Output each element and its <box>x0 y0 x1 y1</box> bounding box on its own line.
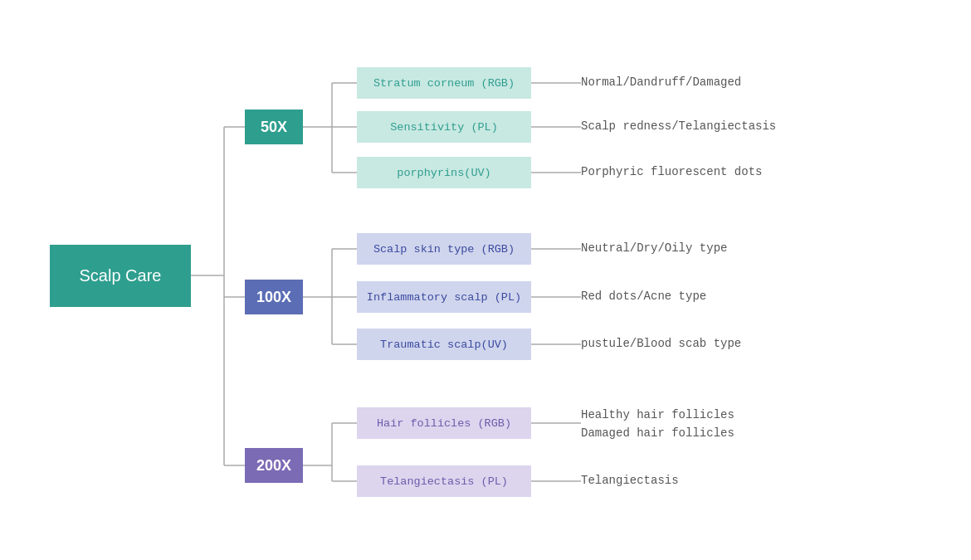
desc-inflammatory: Red dots/Acne type <box>581 290 706 303</box>
desc-hairfollicles-2: Damaged hair follicles <box>581 426 734 440</box>
mag-node-100x: 100X <box>245 280 303 314</box>
mag-node-200x: 200X <box>245 448 303 483</box>
desc-porphyrins: Porphyric fluorescent dots <box>581 165 762 178</box>
desc-stratum: Normal/Dandruff/Damaged <box>581 75 741 89</box>
mag-100x-label: 100X <box>256 289 291 306</box>
desc-telangiectasis: Telangiectasis <box>581 474 679 487</box>
desc-scalpskin: Neutral/Dry/Oily type <box>581 241 727 255</box>
root-node: Scalp Care <box>50 245 191 307</box>
mind-map-diagram: Scalp Care 50X 100X 200X Stratum corneum… <box>0 0 971 560</box>
feature-inflammatory: Inflammatory scalp (PL) <box>357 281 531 313</box>
feature-traumatic: Traumatic scalp(UV) <box>357 329 531 360</box>
mag-200x-label: 200X <box>256 457 291 475</box>
feature-scalpskin: Scalp skin type (RGB) <box>357 233 531 265</box>
root-label: Scalp Care <box>80 266 162 285</box>
mag-node-50x: 50X <box>245 110 303 144</box>
desc-sensitivity: Scalp redness/Telangiectasis <box>581 119 776 133</box>
feature-telangiectasis: Telangiectasis (PL) <box>357 465 531 497</box>
feature-hairfollicles: Hair follicles (RGB) <box>357 407 531 439</box>
desc-hairfollicles-1: Healthy hair follicles <box>581 408 734 421</box>
mag-50x-label: 50X <box>261 119 287 136</box>
feature-stratum: Stratum corneum (RGB) <box>357 67 531 99</box>
desc-traumatic: pustule/Blood scab type <box>581 337 741 350</box>
feature-porphyrins: porphyrins(UV) <box>357 157 531 188</box>
feature-sensitivity: Sensitivity (PL) <box>357 111 531 143</box>
